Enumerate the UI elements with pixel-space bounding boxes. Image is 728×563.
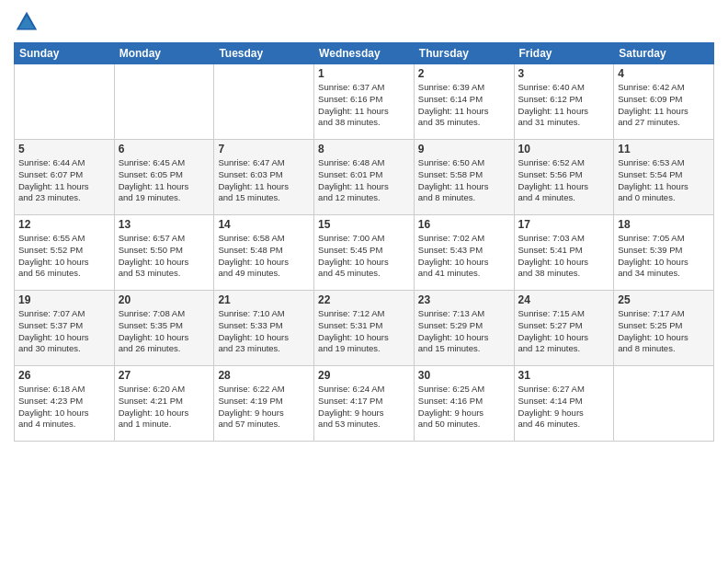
- day-number: 13: [119, 218, 210, 231]
- day-info: Sunrise: 6:25 AM Sunset: 4:16 PM Dayligh…: [418, 384, 510, 431]
- calendar-day-cell: 27Sunrise: 6:20 AM Sunset: 4:21 PM Dayli…: [114, 366, 214, 442]
- calendar-week-row: 1Sunrise: 6:37 AM Sunset: 6:16 PM Daylig…: [15, 64, 714, 140]
- day-number: 5: [18, 143, 110, 155]
- calendar-day-cell: 17Sunrise: 7:03 AM Sunset: 5:41 PM Dayli…: [514, 215, 614, 291]
- day-number: 1: [318, 67, 410, 80]
- day-info: Sunrise: 6:24 AM Sunset: 4:17 PM Dayligh…: [318, 384, 410, 431]
- day-number: 20: [119, 293, 210, 306]
- day-number: 10: [518, 143, 610, 155]
- calendar-day-cell: [614, 366, 714, 442]
- calendar-week-row: 12Sunrise: 6:55 AM Sunset: 5:52 PM Dayli…: [15, 215, 714, 291]
- day-info: Sunrise: 6:57 AM Sunset: 5:50 PM Dayligh…: [119, 233, 210, 280]
- calendar-day-cell: [214, 64, 314, 140]
- day-info: Sunrise: 7:03 AM Sunset: 5:41 PM Dayligh…: [518, 233, 610, 280]
- day-info: Sunrise: 6:48 AM Sunset: 6:01 PM Dayligh…: [318, 157, 410, 204]
- day-number: 6: [119, 143, 210, 155]
- calendar-day-cell: 31Sunrise: 6:27 AM Sunset: 4:14 PM Dayli…: [514, 366, 614, 442]
- calendar-day-cell: 8Sunrise: 6:48 AM Sunset: 6:01 PM Daylig…: [314, 140, 415, 215]
- day-info: Sunrise: 6:52 AM Sunset: 5:56 PM Dayligh…: [518, 157, 610, 204]
- calendar-day-cell: 22Sunrise: 7:12 AM Sunset: 5:31 PM Dayli…: [314, 291, 415, 366]
- day-info: Sunrise: 6:44 AM Sunset: 6:07 PM Dayligh…: [18, 157, 110, 204]
- day-number: 30: [418, 369, 510, 382]
- calendar-day-cell: 2Sunrise: 6:39 AM Sunset: 6:14 PM Daylig…: [414, 64, 514, 140]
- day-info: Sunrise: 6:40 AM Sunset: 6:12 PM Dayligh…: [518, 82, 610, 129]
- day-number: 24: [518, 293, 610, 306]
- calendar-day-cell: 14Sunrise: 6:58 AM Sunset: 5:48 PM Dayli…: [214, 215, 314, 291]
- calendar-day-cell: 4Sunrise: 6:42 AM Sunset: 6:09 PM Daylig…: [614, 64, 714, 140]
- day-info: Sunrise: 6:37 AM Sunset: 6:16 PM Dayligh…: [318, 82, 410, 129]
- day-info: Sunrise: 7:08 AM Sunset: 5:35 PM Dayligh…: [119, 308, 210, 355]
- day-number: 12: [18, 218, 110, 231]
- page-container: SundayMondayTuesdayWednesdayThursdayFrid…: [0, 0, 728, 446]
- calendar-day-cell: [15, 64, 115, 140]
- calendar-day-cell: 24Sunrise: 7:15 AM Sunset: 5:27 PM Dayli…: [514, 291, 614, 366]
- calendar-day-cell: 20Sunrise: 7:08 AM Sunset: 5:35 PM Dayli…: [114, 291, 214, 366]
- day-number: 3: [518, 67, 610, 80]
- calendar-day-cell: 23Sunrise: 7:13 AM Sunset: 5:29 PM Dayli…: [414, 291, 514, 366]
- calendar-header-friday: Friday: [514, 43, 614, 64]
- calendar-header-row: SundayMondayTuesdayWednesdayThursdayFrid…: [15, 43, 714, 64]
- day-info: Sunrise: 6:45 AM Sunset: 6:05 PM Dayligh…: [119, 157, 210, 204]
- day-info: Sunrise: 6:27 AM Sunset: 4:14 PM Dayligh…: [518, 384, 610, 431]
- calendar-header-sunday: Sunday: [15, 43, 115, 64]
- header: [14, 9, 714, 35]
- day-info: Sunrise: 7:17 AM Sunset: 5:25 PM Dayligh…: [618, 308, 710, 355]
- day-number: 25: [618, 293, 710, 306]
- day-info: Sunrise: 7:13 AM Sunset: 5:29 PM Dayligh…: [418, 308, 510, 355]
- day-info: Sunrise: 7:02 AM Sunset: 5:43 PM Dayligh…: [418, 233, 510, 280]
- calendar-day-cell: 19Sunrise: 7:07 AM Sunset: 5:37 PM Dayli…: [15, 291, 115, 366]
- calendar-day-cell: 11Sunrise: 6:53 AM Sunset: 5:54 PM Dayli…: [614, 140, 714, 215]
- calendar-day-cell: 6Sunrise: 6:45 AM Sunset: 6:05 PM Daylig…: [114, 140, 214, 215]
- day-info: Sunrise: 6:39 AM Sunset: 6:14 PM Dayligh…: [418, 82, 510, 129]
- day-number: 29: [318, 369, 410, 382]
- day-info: Sunrise: 7:07 AM Sunset: 5:37 PM Dayligh…: [18, 308, 110, 355]
- calendar-week-row: 26Sunrise: 6:18 AM Sunset: 4:23 PM Dayli…: [15, 366, 714, 442]
- day-number: 21: [218, 293, 310, 306]
- day-number: 28: [218, 369, 310, 382]
- day-info: Sunrise: 6:22 AM Sunset: 4:19 PM Dayligh…: [218, 384, 310, 431]
- day-number: 11: [618, 143, 710, 155]
- calendar-table: SundayMondayTuesdayWednesdayThursdayFrid…: [14, 42, 714, 442]
- calendar-day-cell: 28Sunrise: 6:22 AM Sunset: 4:19 PM Dayli…: [214, 366, 314, 442]
- calendar-day-cell: 1Sunrise: 6:37 AM Sunset: 6:16 PM Daylig…: [314, 64, 415, 140]
- day-info: Sunrise: 7:05 AM Sunset: 5:39 PM Dayligh…: [618, 233, 710, 280]
- calendar-day-cell: 7Sunrise: 6:47 AM Sunset: 6:03 PM Daylig…: [214, 140, 314, 215]
- logo-icon: [14, 9, 40, 35]
- day-number: 7: [218, 143, 310, 155]
- calendar-day-cell: [114, 64, 214, 140]
- calendar-day-cell: 16Sunrise: 7:02 AM Sunset: 5:43 PM Dayli…: [414, 215, 514, 291]
- calendar-day-cell: 21Sunrise: 7:10 AM Sunset: 5:33 PM Dayli…: [214, 291, 314, 366]
- calendar-day-cell: 13Sunrise: 6:57 AM Sunset: 5:50 PM Dayli…: [114, 215, 214, 291]
- logo: [14, 9, 41, 35]
- calendar-day-cell: 5Sunrise: 6:44 AM Sunset: 6:07 PM Daylig…: [15, 140, 115, 215]
- calendar-day-cell: 30Sunrise: 6:25 AM Sunset: 4:16 PM Dayli…: [414, 366, 514, 442]
- calendar-day-cell: 26Sunrise: 6:18 AM Sunset: 4:23 PM Dayli…: [15, 366, 115, 442]
- day-number: 4: [618, 67, 710, 80]
- calendar-header-thursday: Thursday: [414, 43, 514, 64]
- day-info: Sunrise: 6:50 AM Sunset: 5:58 PM Dayligh…: [418, 157, 510, 204]
- calendar-day-cell: 18Sunrise: 7:05 AM Sunset: 5:39 PM Dayli…: [614, 215, 714, 291]
- day-number: 23: [418, 293, 510, 306]
- day-info: Sunrise: 7:10 AM Sunset: 5:33 PM Dayligh…: [218, 308, 310, 355]
- day-number: 27: [119, 369, 210, 382]
- day-number: 31: [518, 369, 610, 382]
- calendar-header-monday: Monday: [114, 43, 214, 64]
- day-number: 19: [18, 293, 110, 306]
- calendar-week-row: 5Sunrise: 6:44 AM Sunset: 6:07 PM Daylig…: [15, 140, 714, 215]
- calendar-day-cell: 25Sunrise: 7:17 AM Sunset: 5:25 PM Dayli…: [614, 291, 714, 366]
- calendar-header-saturday: Saturday: [614, 43, 714, 64]
- calendar-day-cell: 29Sunrise: 6:24 AM Sunset: 4:17 PM Dayli…: [314, 366, 415, 442]
- calendar-day-cell: 9Sunrise: 6:50 AM Sunset: 5:58 PM Daylig…: [414, 140, 514, 215]
- day-info: Sunrise: 6:55 AM Sunset: 5:52 PM Dayligh…: [18, 233, 110, 280]
- day-number: 14: [218, 218, 310, 231]
- day-number: 17: [518, 218, 610, 231]
- day-number: 15: [318, 218, 410, 231]
- calendar-week-row: 19Sunrise: 7:07 AM Sunset: 5:37 PM Dayli…: [15, 291, 714, 366]
- day-info: Sunrise: 6:20 AM Sunset: 4:21 PM Dayligh…: [119, 384, 210, 431]
- day-info: Sunrise: 6:47 AM Sunset: 6:03 PM Dayligh…: [218, 157, 310, 204]
- day-number: 22: [318, 293, 410, 306]
- calendar-day-cell: 10Sunrise: 6:52 AM Sunset: 5:56 PM Dayli…: [514, 140, 614, 215]
- day-number: 2: [418, 67, 510, 80]
- calendar-day-cell: 12Sunrise: 6:55 AM Sunset: 5:52 PM Dayli…: [15, 215, 115, 291]
- calendar-header-tuesday: Tuesday: [214, 43, 314, 64]
